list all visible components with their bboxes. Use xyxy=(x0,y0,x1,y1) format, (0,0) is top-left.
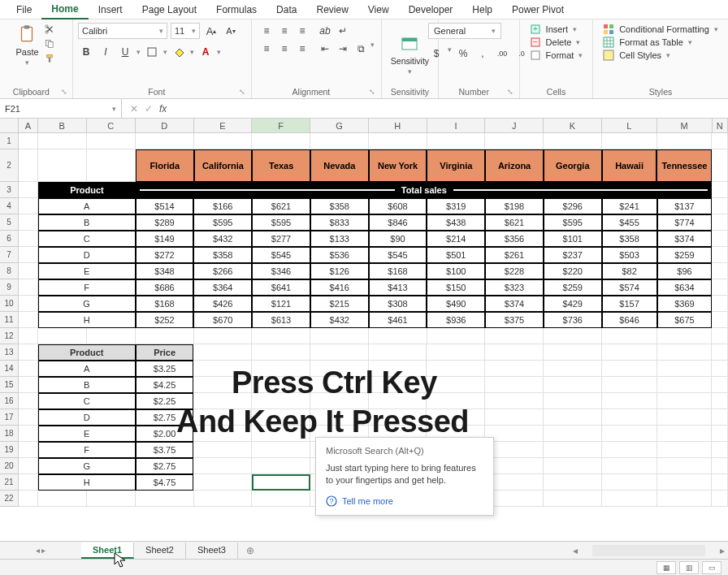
row-header-6[interactable]: 6 xyxy=(0,231,19,247)
cell-L2[interactable]: Hawaii xyxy=(602,149,657,182)
format-painter-icon[interactable] xyxy=(42,52,57,65)
cell-E1[interactable] xyxy=(194,133,253,149)
copy-icon[interactable] xyxy=(42,37,57,50)
paste-button[interactable]: Paste ▾ xyxy=(15,23,38,85)
cell-B16[interactable]: C xyxy=(38,393,136,409)
col-header-H[interactable]: H xyxy=(369,119,427,132)
cell-E17[interactable] xyxy=(193,409,252,426)
cell-H11[interactable]: $461 xyxy=(369,312,427,328)
cell-D4[interactable]: $514 xyxy=(136,198,194,214)
align-right-icon[interactable]: ≡ xyxy=(294,41,310,57)
cell-A3[interactable] xyxy=(19,182,38,198)
cell-G15[interactable] xyxy=(310,377,369,393)
cell-A21[interactable] xyxy=(19,474,37,491)
cell-G11[interactable]: $432 xyxy=(310,312,369,328)
cell-I12[interactable] xyxy=(427,328,486,344)
col-header-M[interactable]: M xyxy=(657,119,713,132)
cell-L11[interactable]: $646 xyxy=(602,312,657,328)
cell-B6[interactable]: C xyxy=(38,231,136,247)
cell-A16[interactable] xyxy=(19,393,37,409)
sensitivity-button[interactable]: Sensitivity ▾ xyxy=(391,33,429,76)
cell-I7[interactable]: $501 xyxy=(427,247,485,263)
cell-D7[interactable]: $272 xyxy=(136,247,194,263)
align-bottom-icon[interactable]: ≡ xyxy=(294,23,310,39)
cell-F9[interactable]: $641 xyxy=(252,279,310,296)
cell-L9[interactable]: $574 xyxy=(602,279,657,296)
clipboard-launcher[interactable]: ⤡ xyxy=(61,88,67,96)
cell-E4[interactable]: $166 xyxy=(193,198,252,214)
cell-K4[interactable]: $296 xyxy=(544,198,602,214)
bold-button[interactable]: B xyxy=(78,44,94,60)
cell-D20[interactable]: $2.75 xyxy=(136,458,194,474)
cell-N21[interactable] xyxy=(712,474,728,491)
cell-B17[interactable]: D xyxy=(38,409,136,426)
row-header-12[interactable]: 12 xyxy=(0,328,19,344)
cell-A15[interactable] xyxy=(19,377,37,393)
cell-A4[interactable] xyxy=(19,198,37,214)
formula-input[interactable] xyxy=(175,99,728,118)
cell-J16[interactable] xyxy=(485,393,544,409)
cell-F5[interactable]: $595 xyxy=(252,214,310,231)
cell-G2[interactable]: Nevada xyxy=(310,149,369,182)
cell-K11[interactable]: $736 xyxy=(544,312,602,328)
cell-K1[interactable] xyxy=(544,133,602,149)
menu-power-pivot[interactable]: Power Pivot xyxy=(502,1,574,19)
delete-button[interactable]: −Delete▾ xyxy=(526,36,587,49)
cell-D18[interactable]: $2.00 xyxy=(136,426,194,442)
cell-D8[interactable]: $348 xyxy=(136,263,194,279)
cell-J11[interactable]: $375 xyxy=(485,312,544,328)
cell-D14[interactable]: $3.25 xyxy=(136,361,194,377)
cell-J1[interactable] xyxy=(485,133,544,149)
cell-I8[interactable]: $100 xyxy=(427,263,485,279)
cell-E14[interactable] xyxy=(193,361,252,377)
col-header-I[interactable]: I xyxy=(427,119,486,132)
cell-E7[interactable]: $358 xyxy=(193,247,252,263)
cell-N6[interactable] xyxy=(712,231,728,247)
cell-M15[interactable] xyxy=(657,377,713,393)
cell-A12[interactable] xyxy=(19,328,37,344)
menu-review[interactable]: Review xyxy=(306,1,358,19)
increase-indent-icon[interactable]: ⇥ xyxy=(335,41,351,57)
cell-B15[interactable]: B xyxy=(38,377,136,393)
cell-F13[interactable] xyxy=(252,344,310,361)
wrap-text-icon[interactable]: ↵ xyxy=(335,23,351,39)
cell-F15[interactable] xyxy=(252,377,310,393)
cell-B7[interactable]: D xyxy=(38,247,136,263)
menu-home[interactable]: Home xyxy=(41,0,88,19)
cancel-formula-icon[interactable]: ✕ xyxy=(130,103,138,115)
cell-I15[interactable] xyxy=(427,377,485,393)
cell-J9[interactable]: $323 xyxy=(485,279,544,296)
cell-L4[interactable]: $241 xyxy=(602,198,657,214)
number-launcher[interactable]: ⤡ xyxy=(507,88,514,96)
cell-J7[interactable]: $261 xyxy=(485,247,544,263)
cell-F22[interactable] xyxy=(252,491,310,507)
row-header-16[interactable]: 16 xyxy=(0,393,19,409)
sheet-tab-sheet1[interactable]: Sheet1 xyxy=(81,543,134,559)
align-left-icon[interactable]: ≡ xyxy=(258,41,275,57)
cell-K17[interactable] xyxy=(544,409,602,426)
cell-D21[interactable]: $4.75 xyxy=(136,474,194,491)
cell-M1[interactable] xyxy=(657,133,713,149)
insert-button[interactable]: +Insert▾ xyxy=(526,23,587,36)
col-header-N[interactable]: N xyxy=(713,119,728,132)
accept-formula-icon[interactable]: ✓ xyxy=(145,103,153,115)
cell-J10[interactable]: $374 xyxy=(485,296,544,312)
comma-icon[interactable]: , xyxy=(474,45,491,62)
decrease-indent-icon[interactable]: ⇤ xyxy=(317,41,333,57)
cell-F7[interactable]: $545 xyxy=(252,247,310,263)
cell-M17[interactable] xyxy=(657,409,713,426)
cell-J22[interactable] xyxy=(485,491,544,507)
cell-N2[interactable] xyxy=(712,149,728,182)
sheet-tab-sheet2[interactable]: Sheet2 xyxy=(134,543,186,559)
font-launcher[interactable]: ⤡ xyxy=(239,88,246,96)
cell-J15[interactable] xyxy=(485,377,544,393)
cell-E10[interactable]: $426 xyxy=(193,296,252,312)
page-layout-view-icon[interactable]: ▥ xyxy=(679,561,699,574)
underline-button[interactable]: U xyxy=(117,44,133,60)
cell-F1[interactable] xyxy=(252,133,310,149)
cell-C2[interactable] xyxy=(87,149,136,182)
cell-A22[interactable] xyxy=(19,491,37,507)
cell-C1[interactable] xyxy=(87,133,136,149)
cell-L8[interactable]: $82 xyxy=(602,263,657,279)
cell-I6[interactable]: $214 xyxy=(427,231,485,247)
